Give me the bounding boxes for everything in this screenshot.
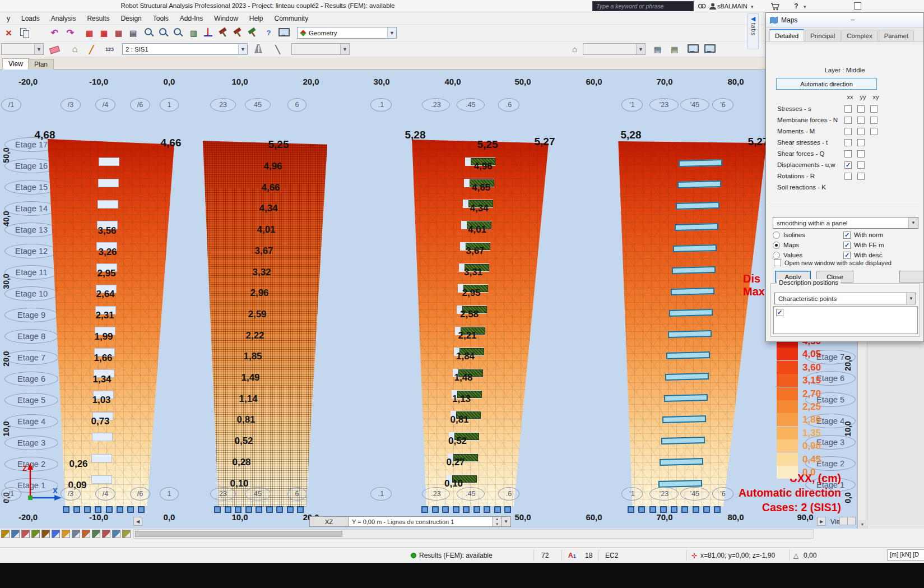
font-size-icon[interactable]: A1 — [568, 552, 576, 559]
checkbox[interactable] — [857, 161, 865, 169]
plane-button[interactable]: XZ — [309, 516, 349, 527]
quick-icon[interactable] — [21, 530, 30, 538]
toolbar-icon[interactable] — [277, 26, 290, 39]
filter-combo[interactable]: ▼ — [291, 43, 350, 55]
wall-model-2[interactable] — [203, 139, 327, 507]
user-name[interactable]: sBALMAIN — [717, 3, 747, 10]
with-option[interactable]: ✓With desc — [843, 251, 883, 260]
checkbox[interactable] — [844, 105, 852, 113]
wall-model-3[interactable] — [411, 140, 549, 507]
quick-icon[interactable] — [1, 530, 10, 538]
checkbox-checked[interactable]: ✓ — [843, 232, 851, 239]
menu-item[interactable]: Loads — [16, 13, 45, 24]
chevron-down-icon[interactable]: ▼ — [906, 293, 916, 304]
quick-icon[interactable] — [122, 530, 131, 538]
checkbox[interactable] — [844, 150, 852, 158]
toolbar-icon[interactable]: ▦ — [97, 26, 110, 39]
scrollbar-thumb[interactable] — [135, 531, 342, 537]
menu-item[interactable]: Tools — [147, 13, 174, 24]
plane-dropdown[interactable]: ▼ — [502, 516, 511, 527]
toolbar-icon[interactable]: 123 — [103, 43, 116, 55]
chevron-down-icon[interactable]: ▼ — [387, 27, 396, 38]
units-indicator[interactable]: [m] [kN] [D — [887, 549, 924, 561]
quick-icon[interactable] — [52, 530, 60, 538]
maps-panel-titlebar[interactable]: Maps ─ — [766, 13, 923, 27]
toolbar-icon[interactable] — [48, 43, 61, 55]
menu-item[interactable]: Help — [244, 13, 269, 24]
radio-option-isolines[interactable]: Isolines — [773, 230, 805, 239]
quick-icon[interactable] — [41, 530, 50, 538]
menu-item[interactable]: Add-Ins — [174, 13, 208, 24]
quick-icon[interactable] — [11, 530, 20, 538]
toolbar-icon[interactable]: ▦ — [112, 26, 125, 39]
characteristic-points-combo[interactable]: Characteristic points ▼ — [774, 293, 916, 304]
checkbox[interactable] — [870, 117, 877, 124]
with-option[interactable]: ✓With norm — [843, 230, 883, 239]
toolbar-icon[interactable]: ▤ — [127, 26, 140, 39]
radio-button[interactable] — [773, 252, 780, 259]
checkbox-checked[interactable]: ✓ — [776, 309, 783, 316]
collapsed-panel-tab[interactable]: ◀ tabs — [747, 13, 759, 49]
checkbox-checked[interactable]: ✓ — [844, 161, 852, 169]
points-list[interactable]: ✓ — [773, 306, 918, 334]
quick-icon[interactable] — [112, 530, 120, 538]
toolbar-icon[interactable]: ↷ — [64, 26, 77, 39]
maps-tab-complex[interactable]: Complex — [841, 30, 877, 41]
menu-item[interactable]: Analysis — [45, 13, 82, 24]
toolbar-icon[interactable] — [703, 43, 716, 55]
checkbox[interactable] — [857, 128, 865, 135]
checkbox[interactable] — [844, 117, 852, 124]
radio-option-values[interactable]: Values — [773, 251, 802, 260]
toolbar-icon[interactable] — [252, 43, 265, 55]
toolbar-icon[interactable]: ? — [262, 26, 275, 39]
tab-view[interactable]: View — [2, 58, 29, 70]
drawing-canvas[interactable]: Dis Max UXX, (cm) Automatic direction Ca… — [0, 70, 857, 529]
checkbox-checked[interactable]: ✓ — [843, 242, 851, 249]
clipped-button[interactable] — [899, 271, 924, 283]
spinner-up-icon[interactable]: ▲ — [493, 517, 501, 522]
toolbar-icon[interactable]: × — [2, 26, 15, 39]
chevron-down-icon[interactable]: ▼ — [34, 44, 43, 54]
selection-combo[interactable]: ▼ — [1, 43, 44, 55]
checkbox[interactable] — [844, 139, 852, 146]
spinner-down-icon[interactable]: ▼ — [493, 522, 501, 527]
quick-icon[interactable] — [31, 530, 40, 538]
tab-plan[interactable]: Plan — [28, 59, 54, 70]
wall-model-4[interactable] — [617, 141, 767, 507]
menu-item[interactable]: y — [1, 13, 16, 24]
toolbar-icon[interactable] — [232, 26, 245, 39]
help-icon[interactable]: ? — [791, 2, 801, 11]
toolbar-icon[interactable] — [157, 26, 170, 39]
checkbox[interactable] — [857, 117, 865, 124]
help-menu-caret[interactable]: ▾ — [804, 4, 806, 10]
chevron-down-icon[interactable]: ▼ — [636, 44, 645, 54]
maps-tab-principal[interactable]: Principal — [805, 30, 841, 41]
maps-tab-detailed[interactable]: Detailed — [769, 29, 804, 41]
maps-tab-paramet[interactable]: Paramet — [879, 30, 914, 41]
minimize-icon[interactable]: ─ — [848, 15, 858, 24]
smoothing-combo[interactable]: smoothing within a panel ▼ — [773, 217, 918, 229]
wall-model-1[interactable] — [48, 139, 174, 507]
checkbox[interactable] — [870, 128, 877, 135]
toolbar-icon[interactable]: ⌂ — [68, 43, 81, 55]
window-grip[interactable] — [847, 517, 856, 525]
toolbar-icon[interactable]: ↶ — [48, 26, 61, 39]
quick-icon[interactable] — [82, 530, 90, 538]
toolbar-icon[interactable] — [18, 26, 31, 39]
checkbox-checked[interactable]: ✓ — [843, 252, 851, 259]
scroll-left-button[interactable]: ◀ — [133, 517, 142, 526]
toolbar-icon[interactable] — [171, 26, 184, 39]
open-new-window-option[interactable]: Open new window with scale displayed — [774, 259, 892, 266]
checkbox[interactable] — [857, 150, 865, 158]
chevron-down-icon[interactable]: ▼ — [908, 217, 918, 228]
radio-option-maps[interactable]: Maps — [773, 240, 799, 249]
radio-button[interactable] — [773, 232, 780, 239]
automatic-direction-button[interactable]: Automatic direction — [776, 78, 877, 90]
window-grip[interactable] — [839, 517, 848, 525]
scroll-down-icon[interactable]: ▼ — [858, 520, 866, 529]
user-menu-caret[interactable]: ▾ — [751, 4, 754, 10]
checkbox[interactable] — [857, 105, 865, 113]
toolbar-icon[interactable]: ▤ — [668, 43, 681, 55]
toolbar-icon[interactable]: ╲ — [271, 43, 284, 55]
checkbox[interactable] — [870, 105, 877, 113]
